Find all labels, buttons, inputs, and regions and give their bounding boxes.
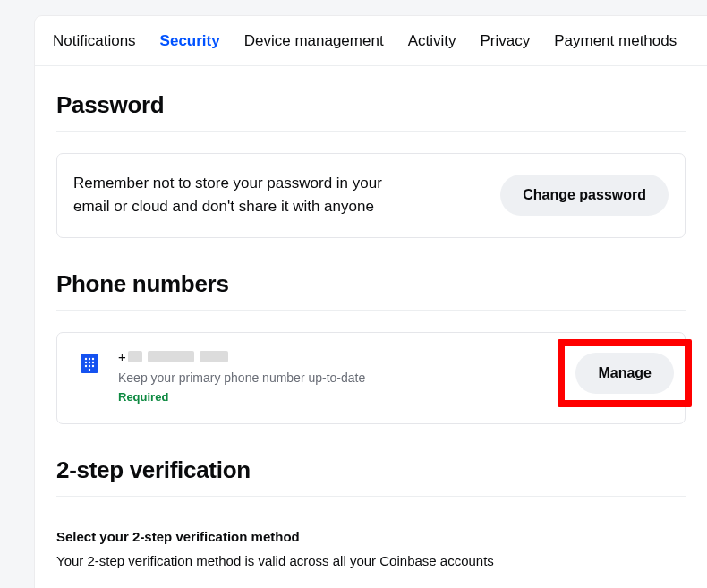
divider (56, 496, 686, 497)
svg-point-1 (85, 357, 87, 359)
phone-info: + Keep your primary phone number up-to-d… (118, 349, 365, 404)
redacted-digits (148, 351, 194, 362)
phone-prefix: + (118, 349, 126, 364)
password-card: Remember not to store your password in y… (56, 153, 686, 238)
annotation-highlight: Manage (558, 339, 692, 407)
phone-entry: + Keep your primary phone number up-to-d… (77, 349, 365, 404)
password-message: Remember not to store your password in y… (73, 172, 422, 219)
svg-point-6 (92, 361, 94, 362)
phone-required-badge: Required (118, 390, 365, 404)
svg-point-7 (85, 364, 87, 366)
tab-payment-methods[interactable]: Payment methods (554, 32, 677, 50)
redacted-digits (200, 351, 228, 362)
tab-notifications[interactable]: Notifications (53, 32, 136, 50)
settings-panel: Notifications Security Device management… (35, 16, 707, 588)
redacted-digits (128, 351, 142, 362)
manage-phone-button[interactable]: Manage (575, 353, 674, 394)
phone-card: + Keep your primary phone number up-to-d… (56, 332, 686, 424)
tab-privacy[interactable]: Privacy (480, 32, 530, 50)
svg-point-9 (92, 364, 94, 366)
phone-description: Keep your primary phone number up-to-dat… (118, 371, 365, 385)
svg-point-10 (89, 368, 90, 370)
phone-number: + (118, 349, 365, 364)
tab-device-management[interactable]: Device management (244, 32, 384, 50)
svg-point-2 (89, 357, 90, 359)
divider (56, 131, 686, 132)
svg-point-3 (92, 357, 94, 359)
security-content: Password Remember not to store your pass… (35, 91, 707, 568)
password-title: Password (56, 91, 686, 119)
settings-tabs: Notifications Security Device management… (35, 16, 707, 66)
phone-numbers-title: Phone numbers (56, 270, 686, 298)
svg-point-5 (89, 361, 90, 362)
tab-activity[interactable]: Activity (408, 32, 456, 50)
divider (56, 310, 686, 311)
two-step-title: 2-step verification (56, 456, 686, 484)
tab-security[interactable]: Security (160, 32, 220, 50)
two-step-subheading: Select your 2-step verification method (56, 529, 686, 544)
two-step-description: Your 2-step verification method is valid… (56, 553, 686, 568)
svg-point-4 (85, 361, 87, 362)
phone-keypad-icon (77, 351, 102, 376)
svg-point-8 (89, 364, 90, 366)
change-password-button[interactable]: Change password (500, 175, 669, 216)
